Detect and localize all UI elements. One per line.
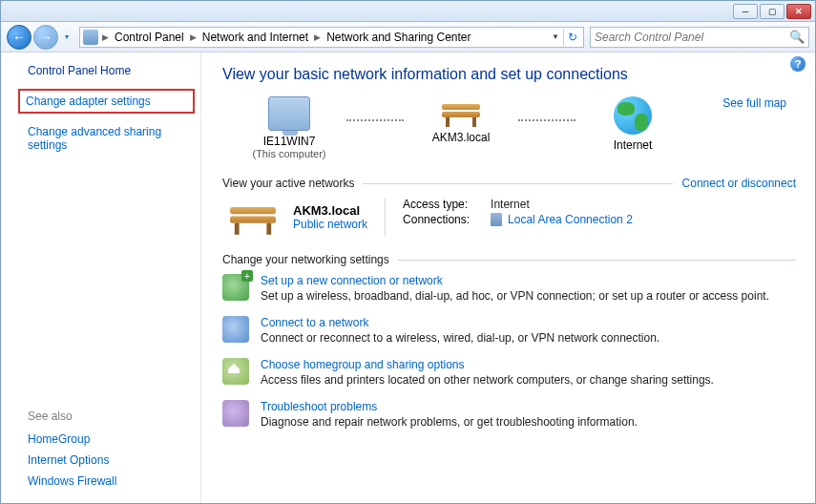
task-troubleshoot: Troubleshoot problems Diagnose and repai… [222,400,796,429]
window: ─ ▢ ✕ ← → ▾ ▶ Control Panel ▶ Network an… [0,0,816,504]
see-also-windows-firewall[interactable]: Windows Firewall [28,471,185,492]
refresh-button[interactable]: ↻ [563,29,580,46]
task-desc: Diagnose and repair network problems, or… [261,415,638,429]
task-homegroup: Choose homegroup and sharing options Acc… [222,358,796,387]
see-also-label: See also [28,410,185,423]
control-panel-icon [83,30,98,45]
map-node-this-computer[interactable]: IE11WIN7 (This computer) [232,96,346,159]
map-node-label: IE11WIN7 [263,135,316,148]
bench-icon [225,202,281,235]
task-title-link[interactable]: Choose homegroup and sharing options [261,358,714,371]
section-label: View your active networks [222,177,355,190]
see-also-homegroup[interactable]: HomeGroup [28,429,185,450]
titlebar: ─ ▢ ✕ [1,1,815,22]
setup-connection-icon [222,274,249,301]
task-desc: Connect or reconnect to a wireless, wire… [261,331,659,345]
connections-label: Connections: [403,213,477,226]
section-label: Change your networking settings [222,253,389,266]
task-title-link[interactable]: Set up a new connection or network [261,274,769,287]
active-networks-header: View your active networks Connect or dis… [222,177,796,190]
map-node-label: AKM3.local [432,131,491,144]
chevron-right-icon[interactable]: ▶ [188,32,199,42]
map-connector [518,119,575,121]
connection-name: Local Area Connection 2 [508,213,633,226]
connect-disconnect-link[interactable]: Connect or disconnect [682,177,796,190]
sidebar: Control Panel Home Change adapter settin… [1,52,201,503]
breadcrumb-item[interactable]: Control Panel [111,31,188,44]
chevron-right-icon[interactable]: ▶ [312,32,323,42]
adapter-icon [491,213,502,226]
map-node-label: Internet [614,138,653,152]
forward-button[interactable]: → [33,25,58,50]
navbar: ← → ▾ ▶ Control Panel ▶ Network and Inte… [1,22,815,52]
globe-icon [614,96,652,135]
access-type-label: Access type: [403,198,477,211]
bench-icon [438,100,484,127]
homegroup-icon [222,358,249,385]
maximize-button[interactable]: ▢ [760,4,785,19]
minimize-button[interactable]: ─ [733,4,758,19]
task-connect-network: Connect to a network Connect or reconnec… [222,316,796,345]
page-title: View your basic network information and … [222,66,796,83]
map-node-sublabel: (This computer) [252,148,325,159]
change-advanced-sharing-link[interactable]: Change advanced sharing settings [28,121,185,156]
breadcrumb-item[interactable]: Network and Sharing Center [323,31,474,44]
recent-locations-button[interactable]: ▾ [60,27,73,48]
task-setup-connection: Set up a new connection or network Set u… [222,274,796,303]
search-input[interactable] [595,31,789,44]
network-map: See full map IE11WIN7 (This computer) AK… [232,96,796,159]
task-desc: Set up a wireless, broadband, dial-up, a… [261,289,769,303]
task-desc: Access files and printers located on oth… [261,373,714,387]
computer-icon [268,96,310,131]
control-panel-home-link[interactable]: Control Panel Home [28,64,185,77]
see-full-map-link[interactable]: See full map [722,96,786,110]
access-type-value: Internet [491,198,530,211]
connection-link[interactable]: Local Area Connection 2 [491,213,633,226]
chevron-right-icon[interactable]: ▶ [100,32,111,42]
task-title-link[interactable]: Troubleshoot problems [261,400,638,413]
connect-network-icon [222,316,249,343]
search-icon[interactable]: 🔍 [789,30,805,44]
map-node-local-network[interactable]: AKM3.local [404,96,518,144]
map-connector [346,119,404,121]
active-network-name: AKM3.local [293,203,367,218]
see-also-internet-options[interactable]: Internet Options [28,450,185,471]
content: ? View your basic network information an… [201,52,815,503]
active-network-type-link[interactable]: Public network [293,218,367,231]
change-settings-header: Change your networking settings [222,253,796,266]
back-button[interactable]: ← [7,25,31,50]
help-icon[interactable]: ? [790,56,806,72]
active-network-row: AKM3.local Public network Access type: I… [222,198,796,236]
map-node-internet[interactable]: Internet [575,96,690,152]
troubleshoot-icon [222,400,249,427]
address-bar[interactable]: ▶ Control Panel ▶ Network and Internet ▶… [79,27,584,48]
search-box[interactable]: 🔍 [590,27,809,48]
close-button[interactable]: ✕ [786,4,811,19]
body: Control Panel Home Change adapter settin… [1,52,815,503]
address-dropdown-button[interactable]: ▼ [552,32,559,41]
change-adapter-settings-link[interactable]: Change adapter settings [18,89,195,114]
breadcrumb-item[interactable]: Network and Internet [199,31,312,44]
task-title-link[interactable]: Connect to a network [261,316,659,329]
